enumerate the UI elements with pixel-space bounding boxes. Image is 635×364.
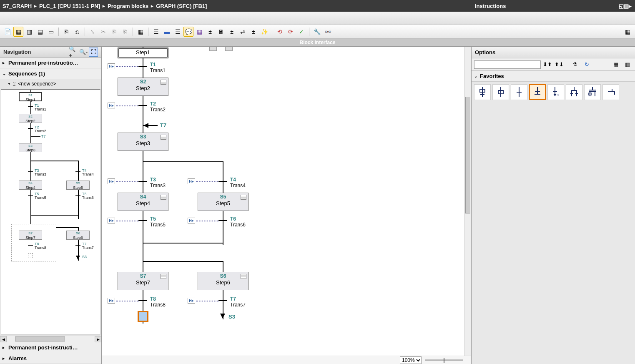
toolbar-button[interactable]: 💬	[183, 27, 193, 37]
toolbar-button[interactable]: ▦	[622, 27, 632, 37]
favorite-step-transition[interactable]	[474, 84, 491, 100]
toolbar-button[interactable]: 👓	[323, 27, 333, 37]
editor-step[interactable]: S2Step2	[118, 78, 168, 96]
toolbar-button[interactable]: ⎘	[61, 27, 71, 37]
instructions-search-input[interactable]	[474, 60, 541, 69]
instructions-options-bar[interactable]: Options	[472, 47, 635, 58]
toolbar-button[interactable]: 🖥	[216, 27, 226, 37]
toolbar-button[interactable]: ⎌	[72, 27, 82, 37]
favorite-sequence-end[interactable]	[529, 84, 546, 100]
editor-transition[interactable]: T6Trans6	[230, 216, 246, 228]
toolbar-button[interactable]: ▤	[35, 27, 45, 37]
block-interface-bar[interactable]: Block interface	[0, 38, 635, 47]
editor-step-initial[interactable]: Step1	[118, 48, 168, 58]
editor-step[interactable]: S4Step4	[118, 193, 168, 211]
mini-transition[interactable]: T1Trans1	[35, 104, 46, 111]
panel-dock-button[interactable]: ◱	[619, 3, 624, 9]
toolbar-button[interactable]: ⟲	[275, 27, 285, 37]
editor-vertical-scrollbar[interactable]	[464, 47, 471, 356]
toolbar-button[interactable]: ✂	[98, 27, 108, 37]
mini-step[interactable]: S2Step2	[19, 114, 42, 123]
transition-handle-icon[interactable]: H▸	[108, 178, 115, 184]
toolbar-button[interactable]: ☰	[151, 27, 161, 37]
zoom-select[interactable]: 100%	[400, 356, 422, 364]
scrollbar-thumb[interactable]	[15, 336, 65, 341]
panel-expand-button[interactable]: ▸	[629, 3, 632, 9]
actions-icon[interactable]	[161, 135, 166, 140]
breadcrumb-part[interactable]: S7_GRAPH	[3, 3, 32, 9]
mini-transition[interactable]: T2Trans2	[35, 126, 46, 133]
actions-icon[interactable]	[241, 274, 246, 279]
toolbar-button[interactable]: ✨	[259, 27, 269, 37]
transition-handle-icon[interactable]: H▸	[108, 218, 115, 223]
split-handle[interactable]	[225, 47, 233, 51]
toolbar-button[interactable]: ☰	[173, 27, 183, 37]
actions-icon[interactable]	[161, 195, 166, 200]
toolbar-button[interactable]: ▦	[194, 27, 204, 37]
mini-step[interactable]: S4Step4	[19, 181, 42, 190]
actions-icon[interactable]	[161, 80, 166, 85]
scroll-right-button[interactable]: ▶	[95, 336, 101, 342]
toolbar-button[interactable]: ⎗	[120, 27, 130, 37]
mini-transition[interactable]: T4Trans4	[82, 169, 94, 176]
breadcrumb-part[interactable]: PLC_1 [CPU 1511-1 PN]	[39, 3, 100, 9]
jump-source-label[interactable]: T7	[160, 122, 166, 128]
transition-handle-icon[interactable]: H▸	[188, 218, 195, 223]
editor-transition[interactable]: T7Trans7	[230, 296, 246, 308]
editor-step[interactable]: S3Step3	[118, 133, 168, 151]
sequence-end-marker[interactable]	[138, 311, 148, 322]
breadcrumb-part[interactable]: Program blocks	[108, 3, 148, 9]
toolbar-button[interactable]: 📄	[3, 27, 13, 37]
editor-transition[interactable]: T5Trans5	[150, 216, 166, 228]
transition-handle-icon[interactable]: H▸	[108, 298, 115, 304]
view-button[interactable]: ▦	[611, 60, 621, 69]
nav-section-post[interactable]: ▸ Permanent post-instructi…	[0, 342, 101, 353]
toolbar-button[interactable]: ⎘	[109, 27, 119, 37]
scrollbar-thumb[interactable]	[465, 97, 470, 213]
toolbar-button[interactable]: ⇄	[238, 27, 248, 37]
toolbar-button[interactable]: 🔧	[312, 27, 322, 37]
refresh-button[interactable]: ↻	[582, 60, 592, 69]
scroll-left-button[interactable]: ◀	[0, 336, 7, 342]
mini-step[interactable]: S5Step5	[66, 181, 90, 190]
zoom-out-button[interactable]: 🔍-	[79, 48, 88, 57]
mini-step[interactable]: S7Step7	[19, 231, 42, 240]
mini-transition[interactable]: T6Trans6	[82, 192, 94, 200]
editor-transition[interactable]: T3Trans3	[150, 177, 166, 188]
toolbar-button[interactable]: ▬	[162, 27, 172, 37]
transition-handle-icon[interactable]: H▸	[188, 298, 195, 304]
favorite-close-branch[interactable]	[602, 84, 619, 100]
favorite-transition[interactable]	[511, 84, 527, 100]
transition-handle-icon[interactable]: H▸	[188, 178, 195, 184]
toolbar-button[interactable]: ⟳	[286, 27, 296, 37]
zoom-fit-button[interactable]: ⛶	[89, 48, 98, 57]
toolbar-button[interactable]: ±	[205, 27, 215, 37]
nav-section-sequences[interactable]: ⌄ Sequences (1)	[0, 68, 101, 79]
mini-transition[interactable]: T8Trans8	[35, 242, 46, 250]
view-button[interactable]: ▥	[622, 60, 632, 69]
jump-target-label[interactable]: S3	[228, 314, 235, 320]
search-down-button[interactable]: ⬇⬆	[542, 60, 552, 69]
sequence-editor[interactable]: Step1 H▸ T1Trans1 S2Step2 H▸ T2Trans2 T7…	[102, 47, 472, 364]
mini-transition[interactable]: T3Trans3	[35, 169, 46, 176]
mini-end-marker[interactable]	[28, 253, 33, 258]
toolbar-button[interactable]: ±	[248, 27, 259, 37]
favorite-jump[interactable]: s	[547, 84, 564, 100]
toolbar-button[interactable]: ✓	[296, 27, 306, 37]
toolbar-button[interactable]: ⤡	[88, 27, 98, 37]
mini-sequence-diagram[interactable]: S1Step1 T1Trans1 S2Step2 T2Trans2 T7 S3S…	[1, 89, 100, 335]
favorites-section-header[interactable]: ⌄ Favorites	[472, 71, 635, 82]
nav-sequence-item[interactable]: ▼ 1: <new sequence>	[0, 79, 101, 88]
filter-button[interactable]: ⚗	[570, 60, 580, 69]
mini-step[interactable]: S6Step6	[66, 231, 90, 240]
toolbar-button[interactable]: ±	[227, 27, 237, 37]
toolbar-button[interactable]: ▦	[13, 27, 23, 37]
zoom-slider[interactable]	[425, 359, 463, 361]
mini-step[interactable]: S3Step3	[19, 143, 42, 152]
favorite-step[interactable]	[492, 84, 509, 100]
transition-handle-icon[interactable]: H▸	[108, 63, 115, 69]
editor-transition[interactable]: T8Trans8	[150, 296, 166, 308]
editor-transition[interactable]: T2Trans2	[150, 101, 166, 113]
editor-step[interactable]: S7Step7	[118, 272, 168, 290]
toolbar-button[interactable]: ▭	[46, 27, 56, 37]
